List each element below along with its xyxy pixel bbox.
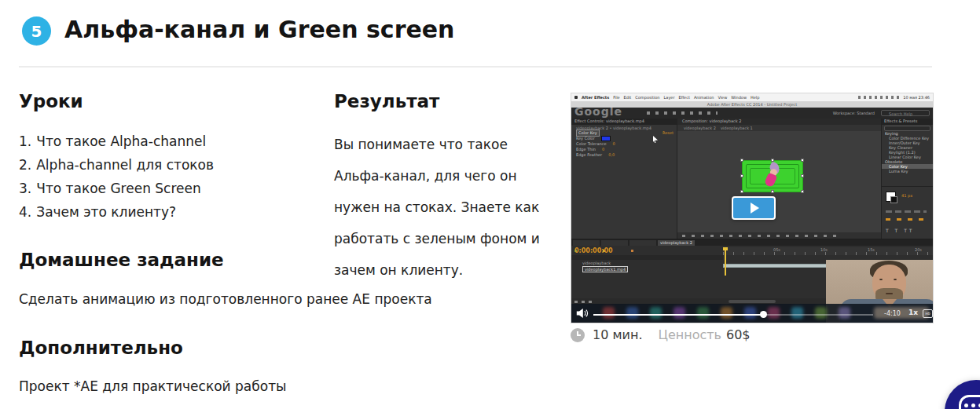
lesson-text: Alpha-channel для стоков: [36, 157, 214, 173]
video-duration: 10 мин.: [593, 327, 642, 342]
lesson-text: Что такое Alpha-channel: [36, 133, 206, 149]
stroke-color-swatch: [890, 196, 897, 203]
reset-link: Reset: [663, 130, 674, 136]
param-row: Edge Feather 0,0: [571, 152, 677, 158]
menu-status-icons: [858, 96, 899, 99]
window-title-bar: Adobe After Effects CC 2014 - Untitled P…: [571, 101, 933, 108]
menu-item: Window: [731, 95, 747, 100]
progress-played: [593, 314, 764, 316]
panel-lines: [886, 210, 927, 213]
param-row: Edge Thin 0: [571, 147, 677, 152]
chat-dot: [964, 404, 968, 407]
selection-handle: [801, 159, 804, 162]
presenter-eye: [894, 279, 897, 280]
chat-bubble-icon: [959, 395, 980, 409]
selection-handle: [801, 174, 804, 177]
playback-speed[interactable]: 1x: [908, 309, 918, 316]
video-meta-row: 10 мин. Ценность 60$: [571, 327, 751, 342]
player-controls[interactable]: -4:10 1x HD: [571, 304, 933, 323]
selection-handle: [771, 159, 774, 162]
composition-tab: Composition: videoplayback 2: [677, 119, 881, 125]
module-number: 5: [31, 22, 42, 41]
video-thumbnail[interactable]: After Effects File Edit Composition Laye…: [571, 93, 934, 323]
mac-menu-bar: After Effects File Edit Composition Laye…: [571, 93, 933, 101]
timeline-tab: [629, 240, 656, 246]
lesson-item: 1.Что такое Alpha-channel: [19, 133, 206, 149]
param-label: Key Color: [576, 136, 595, 141]
playhead: [725, 247, 726, 276]
volume-icon[interactable]: [576, 308, 589, 319]
font-size-value: 41 px: [901, 193, 912, 198]
presenter-eye: [879, 279, 883, 280]
selection-handle: [740, 159, 743, 162]
selection-handle: [740, 174, 743, 177]
result-text: Вы понимаете что такое Альфа-канал, для …: [334, 129, 545, 286]
param-value: 0: [602, 147, 604, 152]
menu-item: Animation: [694, 95, 714, 100]
lesson-item: 3.Что такое Green Screen: [19, 181, 201, 196]
divider: [19, 66, 932, 68]
play-icon: [751, 203, 759, 214]
menu-item: View: [718, 95, 727, 100]
course-module-section: 5 Альфа-канал и Green screen Уроки 1.Что…: [0, 0, 980, 409]
param-value: 0,0: [608, 152, 615, 158]
menu-item: Layer: [664, 95, 675, 100]
extra-text: Проект *AE для практической работы: [19, 378, 286, 394]
chat-widget-button[interactable]: [945, 380, 980, 409]
lesson-number: 1.: [19, 133, 31, 149]
effect-row: Color Key Reset: [571, 130, 677, 136]
ruler-label: 05s: [773, 247, 780, 252]
google-watermark: Google: [574, 105, 622, 118]
lesson-number: 4.: [19, 204, 31, 220]
ae-toolbar: Google Workspace: Standard Search Help: [571, 108, 933, 119]
time-remaining: -4:10: [884, 310, 901, 317]
selection-handle: [740, 190, 743, 193]
type-buttons: T T TT: [886, 228, 914, 233]
apple-icon: [574, 96, 578, 99]
ruler-label: 10s: [820, 247, 828, 252]
lessons-heading: Уроки: [19, 91, 83, 111]
effects-search: [882, 125, 933, 131]
composition-subtab: videoplayback 1: [721, 126, 753, 130]
panel-values: [886, 218, 927, 221]
ruler-label: 15s: [868, 247, 875, 252]
effect-controls-panel: Effect Controls: videoplayback.mp4 video…: [571, 119, 677, 239]
timeline-ruler: 05s 10s 15s 20s: [723, 247, 933, 255]
menu-clock: 10 мая 23:46: [903, 95, 930, 100]
toolbar-tool-icons: [647, 111, 718, 115]
page-title: Альфа-канал и Green screen: [64, 16, 454, 43]
param-row: Color Tolerance 0: [571, 141, 677, 147]
timeline-layer-selected: videoplayback1.mp4: [582, 266, 628, 272]
param-value: 0: [613, 141, 615, 147]
lesson-item: 2.Alpha-channel для стоков: [19, 157, 214, 173]
timeline-column-header: [571, 255, 723, 260]
module-number-badge: 5: [22, 16, 51, 46]
quality-badge[interactable]: HD: [923, 309, 933, 318]
presenter-mouth: [886, 293, 893, 294]
menu-item: Help: [751, 95, 759, 100]
homework-text: Сделать анимацию из подготовленного ране…: [19, 291, 432, 307]
composition-footer: [677, 232, 881, 239]
selection-handle: [801, 190, 804, 193]
lesson-number: 2.: [19, 157, 31, 173]
effect-controls-tab: Effect Controls: videoplayback.mp4: [571, 119, 677, 125]
play-button[interactable]: [732, 196, 776, 220]
clock-icon: [571, 328, 585, 342]
search-help-box: Search Help: [881, 110, 930, 116]
key-color-swatch: [601, 136, 611, 141]
lesson-text: Зачем это клиенту?: [36, 204, 176, 220]
param-label: Edge Thin: [576, 147, 596, 152]
param-row: Key Color: [571, 136, 677, 141]
menu-item: File: [613, 95, 619, 100]
progress-knob[interactable]: [760, 311, 767, 318]
character-panel: 41 px T T TT: [881, 186, 933, 239]
menu-item: Edit: [624, 95, 632, 100]
timeline-layer: videoplayback: [582, 261, 611, 265]
seekbar-thumbnails: [571, 304, 933, 323]
timeline-tab: [573, 240, 600, 246]
effects-presets-header: Effects & Presets: [882, 119, 933, 125]
timeline-tabs: videoplayback 2: [571, 239, 934, 246]
ruler-label: 20s: [915, 247, 922, 252]
homework-heading: Домашнее задание: [19, 250, 224, 270]
lesson-text: Что такое Green Screen: [36, 181, 201, 196]
